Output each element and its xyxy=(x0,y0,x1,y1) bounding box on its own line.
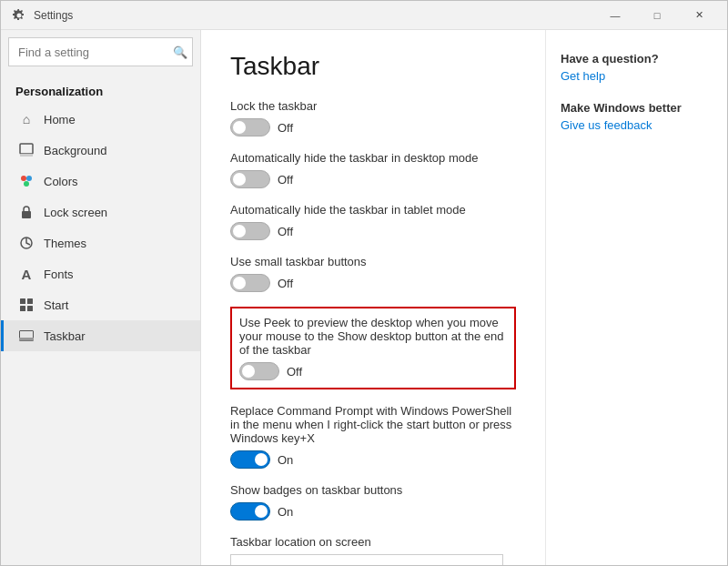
search-icon-button[interactable]: 🔍 xyxy=(173,45,187,59)
minimize-button[interactable]: — xyxy=(594,1,636,30)
toggle-row-lock-taskbar: Off xyxy=(230,118,516,136)
setting-hide-tablet: Automatically hide the taskbar in tablet… xyxy=(230,203,516,240)
toggle-knob xyxy=(233,277,246,289)
window-controls: — □ ✕ xyxy=(594,1,720,30)
toggle-knob xyxy=(233,173,246,186)
toggle-knob xyxy=(233,121,246,134)
toggle-lock-taskbar[interactable] xyxy=(230,118,270,136)
toggle-row-small-buttons: Off xyxy=(230,274,516,292)
lock-icon xyxy=(18,204,35,220)
toggle-row-hide-tablet: Off xyxy=(230,222,516,240)
close-button[interactable]: ✕ xyxy=(678,1,720,30)
svg-point-4 xyxy=(24,181,29,187)
toggle-row-badges: On xyxy=(230,502,516,521)
toggle-knob xyxy=(233,225,246,238)
dropdown-location[interactable]: Bottom Top Left Right xyxy=(230,554,503,565)
svg-rect-9 xyxy=(20,306,25,311)
svg-rect-7 xyxy=(20,298,25,304)
title-bar-left: Settings xyxy=(12,8,73,23)
sidebar-item-taskbar-label: Taskbar xyxy=(44,329,86,343)
setting-peek-preview-label: Use Peek to preview the desktop when you… xyxy=(239,316,507,357)
toggle-knob xyxy=(255,453,268,466)
feedback-link[interactable]: Give us feedback xyxy=(561,118,713,132)
search-input[interactable] xyxy=(8,37,193,66)
setting-badges: Show badges on taskbar buttons On xyxy=(230,483,516,521)
setting-hide-tablet-label: Automatically hide the taskbar in tablet… xyxy=(230,203,516,217)
question-title: Have a question? xyxy=(561,52,713,66)
sidebar-item-lock-screen-label: Lock screen xyxy=(44,206,107,219)
svg-point-2 xyxy=(21,176,26,181)
fonts-icon: A xyxy=(18,266,35,282)
setting-small-buttons-label: Use small taskbar buttons xyxy=(230,255,516,268)
window-title: Settings xyxy=(34,9,73,22)
main-content: Taskbar Lock the taskbar Off Automatical… xyxy=(201,30,545,565)
toggle-row-hide-desktop: Off xyxy=(230,170,516,188)
toggle-row-powershell: On xyxy=(230,450,516,469)
setting-lock-taskbar-label: Lock the taskbar xyxy=(230,99,516,113)
setting-hide-desktop-label: Automatically hide the taskbar in deskto… xyxy=(230,151,516,165)
sidebar-section-title: Personalization xyxy=(1,77,200,104)
home-icon: ⌂ xyxy=(18,111,35,127)
toggle-hide-desktop[interactable] xyxy=(230,170,270,188)
setting-hide-desktop: Automatically hide the taskbar in deskto… xyxy=(230,151,516,188)
background-icon xyxy=(18,142,35,158)
setting-lock-taskbar: Lock the taskbar Off xyxy=(230,99,516,136)
toggle-hide-desktop-text: Off xyxy=(278,173,293,187)
sidebar-item-colors[interactable]: Colors xyxy=(1,166,200,197)
right-panel: Have a question? Get help Make Windows b… xyxy=(545,30,727,565)
start-icon xyxy=(18,297,35,313)
colors-icon xyxy=(18,173,35,189)
dropdown-container-location: Taskbar location on screen Bottom Top Le… xyxy=(230,535,516,565)
svg-rect-12 xyxy=(19,338,34,341)
search-container: 🔍 xyxy=(8,37,193,66)
toggle-badges-text: On xyxy=(278,505,293,519)
setting-peek-preview-highlighted: Use Peek to preview the desktop when you… xyxy=(230,307,516,389)
sidebar-item-lock-screen[interactable]: Lock screen xyxy=(1,197,200,227)
sidebar-item-background-label: Background xyxy=(44,144,106,157)
sidebar-item-themes[interactable]: Themes xyxy=(1,227,200,258)
setting-small-buttons: Use small taskbar buttons Off xyxy=(230,255,516,292)
sidebar-item-taskbar[interactable]: Taskbar xyxy=(1,320,200,351)
toggle-hide-tablet-text: Off xyxy=(278,225,293,238)
settings-window-icon xyxy=(12,8,26,23)
app-body: 🔍 Personalization ⌂ Home Background Colo… xyxy=(1,30,727,565)
maximize-button[interactable]: □ xyxy=(636,1,678,30)
sidebar-item-home-label: Home xyxy=(44,113,76,126)
svg-rect-1 xyxy=(20,154,33,157)
sidebar-item-background[interactable]: Background xyxy=(1,135,200,166)
toggle-knob xyxy=(242,365,255,378)
toggle-powershell[interactable] xyxy=(230,450,270,469)
settings-window: Settings — □ ✕ 🔍 Personalization ⌂ Home xyxy=(0,0,728,566)
svg-rect-8 xyxy=(27,298,33,304)
search-icon: 🔍 xyxy=(173,45,187,59)
toggle-knob xyxy=(255,505,268,518)
dropdown-location-wrapper: Bottom Top Left Right ▾ xyxy=(230,554,503,565)
svg-rect-5 xyxy=(22,211,31,218)
setting-powershell-label: Replace Command Prompt with Windows Powe… xyxy=(230,404,516,445)
get-help-link[interactable]: Get help xyxy=(561,69,713,83)
sidebar: 🔍 Personalization ⌂ Home Background Colo… xyxy=(1,30,201,565)
sidebar-item-home[interactable]: ⌂ Home xyxy=(1,104,200,135)
svg-point-3 xyxy=(26,176,32,181)
improve-title: Make Windows better xyxy=(561,101,713,115)
toggle-small-buttons-text: Off xyxy=(278,277,293,290)
sidebar-item-start[interactable]: Start xyxy=(1,289,200,320)
toggle-powershell-text: On xyxy=(278,453,293,467)
themes-icon xyxy=(18,235,35,251)
toggle-badges[interactable] xyxy=(230,502,270,521)
dropdown-location-label: Taskbar location on screen xyxy=(230,535,516,549)
sidebar-item-start-label: Start xyxy=(44,298,68,312)
page-title: Taskbar xyxy=(230,52,516,81)
sidebar-item-colors-label: Colors xyxy=(44,175,78,188)
title-bar: Settings — □ ✕ xyxy=(1,1,727,30)
toggle-small-buttons[interactable] xyxy=(230,274,270,292)
toggle-lock-taskbar-text: Off xyxy=(278,121,293,135)
toggle-peek-preview-text: Off xyxy=(287,365,302,379)
setting-badges-label: Show badges on taskbar buttons xyxy=(230,483,516,497)
taskbar-icon xyxy=(18,328,35,344)
toggle-hide-tablet[interactable] xyxy=(230,222,270,240)
sidebar-item-fonts[interactable]: A Fonts xyxy=(1,258,200,289)
toggle-peek-preview[interactable] xyxy=(239,362,279,380)
toggle-row-peek-preview: Off xyxy=(239,362,507,380)
sidebar-item-fonts-label: Fonts xyxy=(44,268,74,281)
